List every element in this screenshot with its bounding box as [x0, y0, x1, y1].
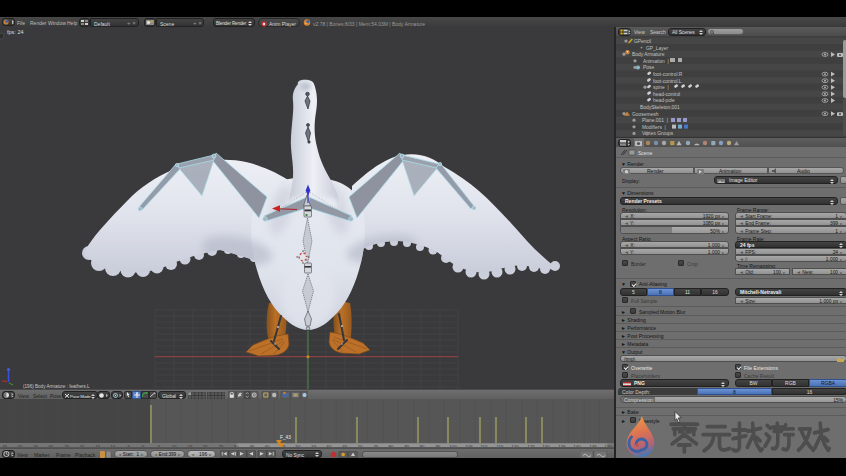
svg-text:50: 50 — [296, 444, 301, 447]
svg-text:fps: 24: fps: 24 — [7, 29, 24, 35]
svg-text:F_43: F_43 — [280, 435, 291, 440]
svg-text:130: 130 — [542, 444, 550, 447]
svg-text:Pose: Pose — [643, 65, 654, 70]
svg-text:-20: -20 — [78, 444, 85, 447]
svg-text:30: 30 — [234, 444, 239, 447]
svg-text:150: 150 — [604, 444, 612, 447]
svg-text:Plane.001 |: Plane.001 | — [642, 118, 668, 123]
svg-text:-15: -15 — [94, 444, 101, 447]
svg-text:80: 80 — [389, 444, 394, 447]
svg-text:85: 85 — [405, 444, 410, 447]
svg-text:(196) Body Armature : feathers: (196) Body Armature : feathers.L — [23, 384, 90, 389]
svg-text:10: 10 — [172, 444, 177, 447]
svg-text:40: 40 — [265, 444, 270, 447]
svg-text:75: 75 — [374, 444, 379, 447]
svg-text:Modifiers |: Modifiers | — [642, 125, 666, 130]
svg-text:90: 90 — [420, 444, 425, 447]
svg-text:foot-control.R: foot-control.R — [653, 72, 683, 77]
svg-text:head-pole: head-pole — [653, 98, 675, 103]
svg-text:70: 70 — [358, 444, 363, 447]
svg-text:GP_Layer: GP_Layer — [646, 46, 668, 51]
svg-text:-40: -40 — [16, 444, 23, 447]
svg-text:65: 65 — [343, 444, 348, 447]
svg-text:120: 120 — [511, 444, 519, 447]
svg-text:140: 140 — [573, 444, 581, 447]
svg-text:-45: -45 — [1, 444, 8, 447]
svg-text:-25: -25 — [63, 444, 70, 447]
svg-text:-10: -10 — [109, 444, 116, 447]
svg-text:145: 145 — [589, 444, 597, 447]
svg-text:head-control: head-control — [653, 92, 680, 97]
svg-text:Goosemesh: Goosemesh — [632, 112, 659, 117]
svg-text:135: 135 — [558, 444, 566, 447]
svg-text:55: 55 — [312, 444, 317, 447]
svg-text:125: 125 — [527, 444, 535, 447]
svg-text:spine |: spine | — [653, 85, 669, 90]
svg-text:105: 105 — [465, 444, 473, 447]
svg-text:100: 100 — [449, 444, 457, 447]
svg-text:95: 95 — [436, 444, 441, 447]
svg-text:-30: -30 — [47, 444, 54, 447]
svg-text:BodySkeleton.001: BodySkeleton.001 — [640, 105, 680, 110]
svg-text:35: 35 — [250, 444, 255, 447]
svg-text:115: 115 — [497, 444, 505, 447]
svg-text:GPencil: GPencil — [634, 39, 651, 44]
svg-text:20: 20 — [203, 444, 208, 447]
svg-text:60: 60 — [327, 444, 332, 447]
svg-text:Body Armature: Body Armature — [632, 52, 665, 57]
svg-text:25: 25 — [219, 444, 224, 447]
svg-text:-35: -35 — [32, 444, 39, 447]
svg-text:foot-control.L: foot-control.L — [653, 79, 682, 84]
svg-text:-5: -5 — [126, 444, 130, 447]
svg-text:110: 110 — [481, 444, 489, 447]
svg-text:Animation |: Animation | — [643, 59, 669, 64]
svg-text:15: 15 — [188, 444, 193, 447]
